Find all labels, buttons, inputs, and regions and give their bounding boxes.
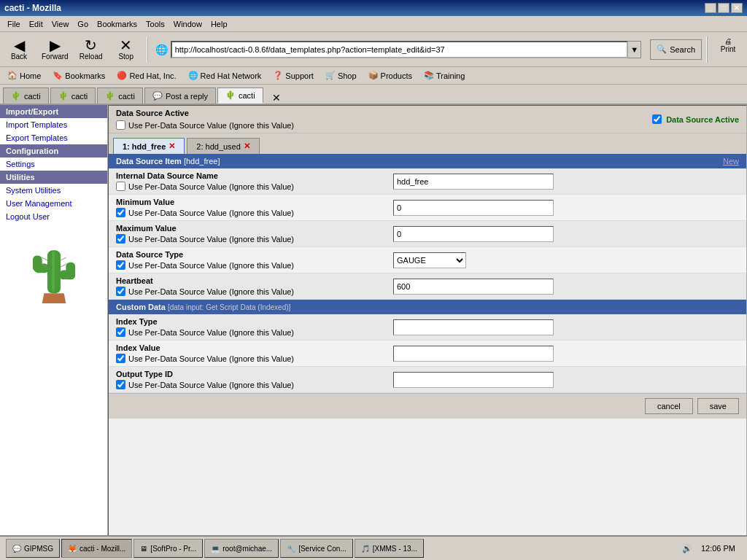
- field-checkbox-c0[interactable]: [116, 327, 125, 337]
- tab-4[interactable]: 🌵 cacti: [217, 88, 263, 104]
- menu-file[interactable]: File: [3, 18, 25, 30]
- sub-tab-1[interactable]: 2: hdd_used ✕: [187, 138, 260, 154]
- stop-label: Stop: [118, 52, 133, 61]
- bm-training[interactable]: 📚 Training: [419, 70, 469, 81]
- tab-0[interactable]: 🌵 cacti: [3, 88, 49, 104]
- form-row-index-value: Index Value Use Per-Data Source Value (I…: [109, 341, 746, 367]
- tab-2[interactable]: 🌵 cacti: [97, 88, 143, 104]
- sidebar-item-import-templates[interactable]: Import Templates: [0, 118, 107, 131]
- sidebar-item-system-utilities[interactable]: System Utilities: [0, 184, 107, 197]
- field-label-2: Maximum Value: [116, 224, 393, 233]
- ds-active-right: Data Source Active: [652, 114, 739, 124]
- field-input-1[interactable]: [393, 200, 554, 216]
- field-input-c1[interactable]: [393, 346, 554, 362]
- main-layout: Import/Export Import Templates Export Te…: [0, 105, 747, 540]
- sidebar-item-export-templates[interactable]: Export Templates: [0, 131, 107, 144]
- sub-tab-close-1[interactable]: ✕: [244, 141, 250, 151]
- form-section: Internal Data Source Name Use Per-Data S…: [109, 168, 746, 300]
- field-select-3[interactable]: GAUGE COUNTER DERIVE ABSOLUTE: [393, 252, 466, 268]
- save-button[interactable]: save: [697, 398, 739, 414]
- sidebar-cactus: [0, 223, 107, 311]
- field-sub-c0: Use Per-Data Source Value (Ignore this V…: [116, 327, 393, 337]
- new-link[interactable]: New: [723, 157, 739, 166]
- sidebar-header-import-export: Import/Export: [0, 105, 107, 118]
- address-dropdown[interactable]: ▼: [628, 41, 641, 58]
- form-row-min-value: Minimum Value Use Per-Data Source Value …: [109, 195, 746, 221]
- field-sub-1: Use Per-Data Source Value (Ignore this V…: [116, 208, 393, 217]
- back-icon: ◀: [14, 38, 25, 52]
- redhat-icon: 🔴: [117, 71, 127, 80]
- cancel-button[interactable]: cancel: [645, 398, 693, 414]
- field-input-c2[interactable]: [393, 372, 554, 388]
- forward-label: Forward: [42, 52, 69, 61]
- products-icon: 📦: [368, 71, 379, 80]
- sidebar-item-logout[interactable]: Logout User: [0, 210, 107, 223]
- window-title: cacti - Mozilla: [4, 3, 61, 13]
- bm-products[interactable]: 📦 Products: [364, 70, 417, 81]
- taskbar-item-cacti[interactable]: 🦊 cacti - Mozill...: [61, 539, 132, 558]
- new-tab-button[interactable]: ✕: [268, 92, 285, 104]
- sub-tab-close-0[interactable]: ✕: [169, 141, 175, 151]
- menu-view[interactable]: View: [47, 18, 74, 30]
- stop-button[interactable]: ✕ Stop: [110, 35, 142, 64]
- print-button[interactable]: 🖨 Print: [712, 35, 744, 64]
- ds-active-value-checkbox[interactable]: [652, 114, 662, 124]
- sidebar-item-user-management[interactable]: User Management: [0, 197, 107, 210]
- tab-icon-0: 🌵: [11, 91, 21, 101]
- taskbar-tray: 🔊 12:06 PM: [679, 544, 744, 553]
- field-checkbox-4[interactable]: [116, 287, 125, 296]
- field-label-c2: Output Type ID: [116, 370, 393, 378]
- taskbar-item-service[interactable]: 🔧 [Service Con...: [280, 539, 353, 558]
- sub-tab-0[interactable]: 1: hdd_free ✕: [113, 138, 185, 154]
- ds-active-checkbox[interactable]: [116, 120, 125, 130]
- field-checkbox-3[interactable]: [116, 260, 125, 270]
- tab-1[interactable]: 🌵 cacti: [50, 88, 96, 104]
- label-col-3: Data Source Type Use Per-Data Source Val…: [116, 250, 393, 270]
- back-button[interactable]: ◀ Back: [3, 35, 35, 64]
- field-checkbox-1[interactable]: [116, 208, 125, 217]
- svg-rect-6: [52, 252, 55, 292]
- minimize-button[interactable]: _: [705, 3, 716, 13]
- field-checkbox-2[interactable]: [116, 234, 125, 244]
- sidebar-item-settings[interactable]: Settings: [0, 158, 107, 171]
- menu-go[interactable]: Go: [73, 18, 93, 30]
- taskbar-clock: 12:06 PM: [695, 544, 741, 553]
- taskbar-item-xmms[interactable]: 🎵 [XMMS - 13...: [355, 539, 424, 558]
- menu-window[interactable]: Window: [169, 18, 206, 30]
- field-checkbox-c1[interactable]: [116, 354, 125, 363]
- field-input-0[interactable]: [393, 174, 554, 190]
- sidebar-header-utilities: Utilities: [0, 171, 107, 184]
- tab-3[interactable]: 💬 Post a reply: [144, 88, 216, 104]
- search-button[interactable]: 🔍 Search: [650, 39, 702, 60]
- field-input-4[interactable]: [393, 279, 554, 295]
- field-checkbox-c2[interactable]: [116, 380, 125, 389]
- field-input-2[interactable]: [393, 226, 554, 242]
- field-sub-c2: Use Per-Data Source Value (Ignore this V…: [116, 380, 393, 389]
- bm-home[interactable]: 🏠 Home: [3, 70, 45, 81]
- bm-redhat[interactable]: 🔴 Red Hat, Inc.: [112, 70, 180, 81]
- address-input[interactable]: [171, 41, 628, 58]
- taskbar-item-softpro[interactable]: 🖥 [SoftPro - Pr...: [133, 539, 203, 558]
- menu-bookmarks[interactable]: Bookmarks: [93, 18, 142, 30]
- tabs-bar: 🌵 cacti 🌵 cacti 🌵 cacti 💬 Post a reply 🌵…: [0, 85, 747, 105]
- field-input-c0[interactable]: [393, 319, 554, 335]
- taskbar-icon-0: 💬: [12, 545, 21, 553]
- form-row-output-type: Output Type ID Use Per-Data Source Value…: [109, 367, 746, 393]
- maximize-button[interactable]: □: [718, 3, 729, 13]
- menu-tools[interactable]: Tools: [142, 18, 169, 30]
- menu-edit[interactable]: Edit: [25, 18, 47, 30]
- sidebar-header-configuration: Configuration: [0, 144, 107, 158]
- menu-help[interactable]: Help: [206, 18, 232, 30]
- taskbar-item-gipmsg[interactable]: 💬 GIPMSG: [6, 539, 60, 558]
- shop-icon: 🛒: [325, 71, 336, 80]
- field-checkbox-0[interactable]: [116, 182, 125, 191]
- reload-button[interactable]: ↻ Reload: [75, 35, 107, 64]
- window-controls: _ □ ✕: [705, 3, 743, 13]
- forward-button[interactable]: ▶ Forward: [38, 35, 72, 64]
- taskbar-item-root[interactable]: 💻 root@michae...: [204, 539, 279, 558]
- bm-support[interactable]: ❓ Support: [268, 70, 318, 81]
- bm-rhn[interactable]: 🌐 Red Hat Network: [184, 70, 266, 81]
- bm-bookmarks[interactable]: 🔖 Bookmarks: [48, 70, 109, 81]
- close-button[interactable]: ✕: [731, 3, 743, 13]
- bm-shop[interactable]: 🛒 Shop: [321, 70, 361, 81]
